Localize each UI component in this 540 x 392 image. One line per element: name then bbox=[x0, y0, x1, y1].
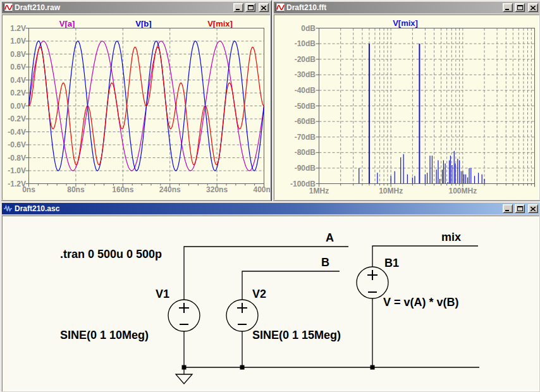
tick-label: -50dB bbox=[274, 102, 316, 111]
close-icon bbox=[531, 6, 536, 10]
schematic-icon bbox=[3, 204, 13, 213]
component-value-v1[interactable]: SINE(0 1 10Meg) bbox=[60, 329, 149, 341]
tick-label: -0.2V bbox=[2, 114, 26, 123]
tick-label: -90dB bbox=[274, 164, 316, 173]
waveform-icon bbox=[275, 3, 285, 12]
minimize-icon bbox=[505, 6, 510, 10]
minimize-button[interactable] bbox=[233, 3, 243, 12]
schematic-window: Draft210.asc bbox=[0, 201, 540, 392]
maximize-button[interactable] bbox=[515, 3, 525, 12]
schematic-pane[interactable]: .tran 0 500u 0 500p V1 V2 B1 A B mix SIN… bbox=[2, 216, 539, 391]
net-label-mix[interactable]: mix bbox=[441, 231, 461, 243]
close-button[interactable] bbox=[259, 3, 269, 12]
tick-label: -80dB bbox=[274, 148, 316, 157]
tick-label: -1.0V bbox=[2, 166, 26, 175]
raw-plot-pane[interactable]: V[a] V[b] V[mix] 1.2V1.0V0.8V0.6V0.4V0.2… bbox=[2, 15, 270, 200]
raw-window-title: Draft210.raw bbox=[15, 3, 231, 12]
component-name-v1[interactable]: V1 bbox=[156, 288, 169, 300]
tick-label: 0.0V bbox=[2, 102, 26, 111]
wires[interactable] bbox=[184, 246, 479, 374]
tick-label: 10MHz bbox=[369, 187, 413, 195]
tick-label: 0ns bbox=[10, 185, 48, 194]
minimize-icon bbox=[505, 207, 510, 211]
minimize-button[interactable] bbox=[503, 204, 513, 213]
tick-label: -70dB bbox=[274, 133, 316, 142]
tick-label: 160ns bbox=[104, 185, 142, 194]
legend-vb[interactable]: V[b] bbox=[135, 19, 151, 28]
fft-window-title: Draft210.fft bbox=[286, 3, 501, 12]
waveform-icon bbox=[3, 3, 13, 12]
fft-window: Draft210.fft V[mix] 0dB-10dB-20dB-30dB-4… bbox=[272, 0, 540, 202]
tick-label: 80ns bbox=[57, 185, 95, 194]
tick-label: 100MHz bbox=[441, 187, 485, 195]
schematic-window-title: Draft210.asc bbox=[15, 204, 501, 213]
maximize-button[interactable] bbox=[515, 204, 525, 213]
legend-va[interactable]: V[a] bbox=[59, 19, 75, 28]
tick-label: 0.8V bbox=[2, 50, 26, 59]
fft-plot-pane[interactable]: V[mix] 0dB-10dB-20dB-30dB-40dB-50dB-60dB… bbox=[274, 15, 539, 200]
component-value-v2[interactable]: SINE(0 1 15Meg) bbox=[252, 329, 341, 341]
schematic-titlebar[interactable]: Draft210.asc bbox=[2, 203, 539, 214]
fft-titlebar[interactable]: Draft210.fft bbox=[274, 2, 539, 13]
legend-vmix[interactable]: V[mix] bbox=[207, 19, 233, 28]
tick-label: 1.0V bbox=[2, 37, 26, 46]
tick-label: 0dB bbox=[274, 24, 316, 33]
maximize-icon bbox=[517, 206, 523, 211]
tick-label: -0.6V bbox=[2, 140, 26, 149]
net-label-b[interactable]: B bbox=[321, 256, 329, 269]
tick-label: -60dB bbox=[274, 117, 316, 126]
spice-directive[interactable]: .tran 0 500u 0 500p bbox=[60, 248, 162, 260]
raw-window: Draft210.raw V[a] V[b] V[mix] 1.2V1.0V0.… bbox=[0, 0, 272, 202]
time-plot-canvas[interactable] bbox=[28, 28, 264, 184]
tick-label: -10dB bbox=[274, 39, 316, 48]
tick-label: -20dB bbox=[274, 55, 316, 64]
close-button[interactable] bbox=[528, 3, 538, 12]
fft-plot-canvas[interactable] bbox=[319, 28, 535, 184]
raw-titlebar[interactable]: Draft210.raw bbox=[2, 2, 270, 13]
ground-symbol[interactable] bbox=[176, 374, 192, 384]
net-label-a[interactable]: A bbox=[326, 231, 334, 244]
desktop: { "colors": { "chrome": "#d4d0c8", "plot… bbox=[0, 0, 540, 392]
polarity-marks bbox=[179, 270, 377, 324]
component-name-b1[interactable]: B1 bbox=[384, 257, 399, 269]
tick-label: -40dB bbox=[274, 86, 316, 95]
tick-label: 0.6V bbox=[2, 63, 26, 71]
close-icon bbox=[261, 6, 266, 10]
legend-fft-vmix[interactable]: V[mix] bbox=[393, 18, 418, 28]
tick-label: 0.2V bbox=[2, 89, 26, 97]
component-name-v2[interactable]: V2 bbox=[252, 288, 266, 300]
maximize-button[interactable] bbox=[245, 3, 255, 12]
close-button[interactable] bbox=[528, 204, 538, 213]
maximize-icon bbox=[248, 5, 254, 10]
tick-label: 1MHz bbox=[297, 187, 341, 195]
tick-label: 400ns bbox=[245, 185, 271, 194]
close-icon bbox=[531, 207, 536, 211]
tick-label: 240ns bbox=[151, 185, 189, 194]
tick-label: -0.4V bbox=[2, 128, 26, 137]
minimize-icon bbox=[236, 6, 241, 10]
minimize-button[interactable] bbox=[503, 3, 513, 12]
tick-label: -30dB bbox=[274, 70, 316, 79]
maximize-icon bbox=[517, 5, 523, 10]
tick-label: -0.8V bbox=[2, 154, 26, 162]
tick-label: 1.2V bbox=[2, 24, 26, 33]
component-value-b1[interactable]: V = v(A) * v(B) bbox=[383, 296, 459, 309]
tick-label: 320ns bbox=[198, 185, 236, 194]
tick-label: 0.4V bbox=[2, 76, 26, 85]
